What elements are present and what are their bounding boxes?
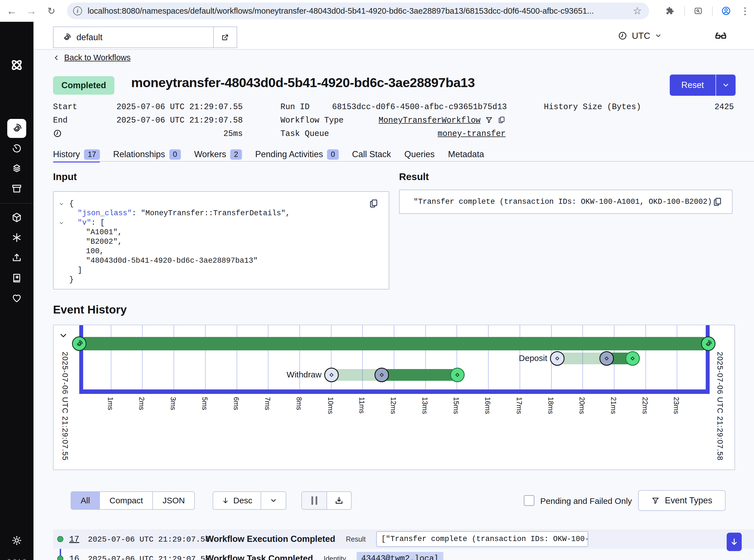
workflow-start-marker[interactable] <box>72 336 86 351</box>
workflow-execution-span[interactable] <box>79 337 708 351</box>
site-info-icon[interactable]: i <box>73 6 82 15</box>
activity-scheduled-marker[interactable] <box>324 368 339 382</box>
labs-glasses-icon[interactable] <box>714 29 727 42</box>
workflow-type-link[interactable]: MoneyTransferWorkflow <box>379 116 481 125</box>
event-types-filter-button[interactable]: Event Types <box>638 490 726 511</box>
sidebar-item-nexus[interactable] <box>7 228 26 247</box>
sort-dropdown-caret[interactable] <box>261 492 286 509</box>
collapse-chevron-icon[interactable] <box>59 201 64 207</box>
tab-history[interactable]: History17 <box>53 147 100 161</box>
extensions-puzzle-icon[interactable] <box>662 0 677 22</box>
collapse-chevron-icon[interactable] <box>59 220 64 226</box>
browser-reload-button[interactable]: ↻ <box>44 0 59 22</box>
timeline-gridline <box>677 325 677 389</box>
activity-started-marker[interactable] <box>599 351 614 366</box>
history-size-label: History Size (Bytes) <box>544 102 641 112</box>
activity-scheduled-marker[interactable] <box>550 351 565 366</box>
timeline-gridline <box>300 325 300 389</box>
namespace-open-icon[interactable] <box>213 27 237 47</box>
workflow-tabs: History17Relationships0Workers2Pending A… <box>53 147 484 161</box>
timeline-tick-label: 10ms <box>326 397 334 414</box>
event-timestamp: 2025-07-06 UTC 21:29:07.58 <box>88 555 210 560</box>
timeline-tick-label: 20ms <box>578 397 586 414</box>
result-heading: Result <box>399 171 429 182</box>
browser-menu-icon[interactable]: ⋮ <box>738 0 752 22</box>
sidebar-item-docs[interactable] <box>7 268 26 287</box>
bookmark-star-icon[interactable]: ☆ <box>633 5 642 17</box>
activity-completed-marker[interactable] <box>625 351 640 366</box>
tab-count-badge: 17 <box>84 149 100 160</box>
input-json: {"json_class": "MoneyTransfer::TransferD… <box>54 199 389 284</box>
sidebar-item-feedback[interactable] <box>7 288 26 307</box>
sidebar-item-schedules[interactable] <box>7 139 26 158</box>
sort-desc-button[interactable]: Desc <box>213 492 261 509</box>
sidebar-item-deployments[interactable] <box>7 159 26 178</box>
activity-completed-marker[interactable] <box>450 368 465 382</box>
download-button[interactable] <box>326 492 351 509</box>
tab-call-stack[interactable]: Call Stack <box>352 147 391 161</box>
tab-pending-activities[interactable]: Pending Activities0 <box>255 147 339 161</box>
activity-label-withdraw: Withdraw <box>287 370 322 379</box>
reset-dropdown-caret[interactable] <box>715 75 736 96</box>
activity-started-marker[interactable] <box>374 368 389 382</box>
activity-span-withdraw-active[interactable] <box>382 369 457 381</box>
view-mode-json[interactable]: JSON <box>152 492 194 509</box>
namespace-spiral-icon <box>62 33 72 42</box>
input-payload-box: {"json_class": "MoneyTransfer::TransferD… <box>53 191 389 289</box>
browser-back-button[interactable]: ← <box>4 0 19 22</box>
end-value: 2025-07-06 UTC 21:29:07.58 <box>111 116 243 125</box>
arrow-down-icon <box>222 497 229 504</box>
pause-download-group <box>301 491 352 510</box>
profile-avatar-icon[interactable] <box>718 0 734 22</box>
timeline-collapse-chevron-icon[interactable] <box>59 331 68 340</box>
back-to-workflows-link[interactable]: Back to Workflows <box>53 53 130 62</box>
event-id-link[interactable]: 16 <box>69 554 79 560</box>
view-mode-all[interactable]: All <box>71 492 99 509</box>
event-name: Workflow Execution Completed <box>206 534 335 544</box>
tab-queries[interactable]: Queries <box>404 147 435 161</box>
scroll-to-bottom-button[interactable] <box>727 533 742 551</box>
namespace-selector[interactable]: default <box>53 26 237 48</box>
json-line: { <box>54 199 389 208</box>
diamond-marker-icon <box>631 357 635 360</box>
filter-funnel-icon[interactable] <box>485 116 493 124</box>
reset-button[interactable]: Reset <box>670 75 736 96</box>
timeline-gridline <box>174 325 174 389</box>
sidebar-item-workflows[interactable] <box>7 119 26 138</box>
timeline-tick-label: 11ms <box>358 397 366 414</box>
run-id-label: Run ID <box>281 102 309 112</box>
sidebar-item-namespaces[interactable] <box>7 208 26 227</box>
tab-label: History <box>53 149 80 159</box>
sidebar-item-archive[interactable] <box>7 179 26 198</box>
temporal-logo-icon[interactable] <box>9 57 24 73</box>
timeline-tick-label: 13ms <box>421 397 429 414</box>
timeline-tick-label: 7ms <box>263 397 271 410</box>
browser-forward-button[interactable]: → <box>24 0 39 22</box>
json-line: "A1001", <box>54 227 389 237</box>
activity-label-deposit: Deposit <box>519 354 547 363</box>
event-id-link[interactable]: 17 <box>69 535 79 544</box>
tab-workers[interactable]: Workers2 <box>194 147 242 161</box>
json-line: "json_class": "MoneyTransfer::TransferDe… <box>54 208 389 218</box>
task-queue-link[interactable]: money-transfer <box>437 129 506 138</box>
pause-button[interactable] <box>302 492 326 509</box>
event-row-17[interactable]: 172025-07-06 UTC 21:29:07.58Workflow Exe… <box>53 529 754 549</box>
sort-order-control: Desc <box>212 491 286 510</box>
copy-icon[interactable] <box>497 116 506 124</box>
tab-metadata[interactable]: Metadata <box>448 147 484 161</box>
timezone-selector[interactable]: UTC <box>618 22 662 50</box>
url-text[interactable]: localhost:8080/namespaces/default/workfl… <box>88 6 630 16</box>
tab-relationships[interactable]: Relationships0 <box>113 147 181 161</box>
pending-failed-checkbox[interactable] <box>524 495 534 506</box>
json-line: "48043d0d-5b41-4920-bd6c-3ae28897ba13" <box>54 256 389 265</box>
workflow-end-marker[interactable] <box>701 336 715 351</box>
event-row-16[interactable]: 162025-07-06 UTC 21:29:07.58Workflow Tas… <box>53 549 754 560</box>
timeline-tick-label: 16ms <box>484 397 492 414</box>
copy-icon[interactable] <box>369 199 379 208</box>
search-sidepanel-icon[interactable] <box>690 0 706 22</box>
view-mode-compact[interactable]: Compact <box>99 492 152 509</box>
timezone-value: UTC <box>632 31 650 41</box>
address-bar[interactable]: i localhost:8080/namespaces/default/work… <box>67 2 649 19</box>
sidebar-item-import[interactable] <box>7 248 26 267</box>
copy-icon[interactable] <box>712 197 722 207</box>
